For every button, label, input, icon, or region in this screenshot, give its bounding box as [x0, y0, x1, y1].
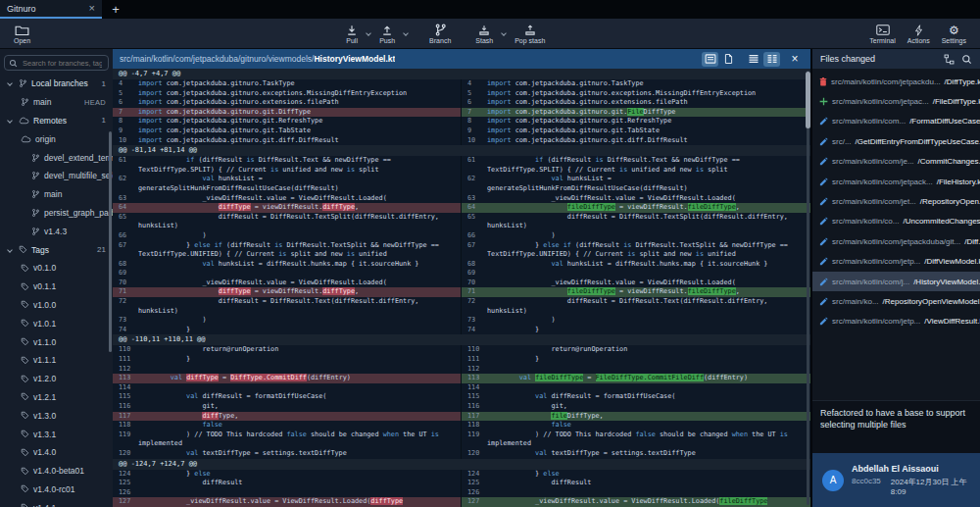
tree-item-v0-1-0[interactable]: v0.1.0 — [0, 259, 113, 278]
code-line: return@runOperation — [487, 345, 810, 355]
tree-item-v1-4-1[interactable]: v1.4.1 — [0, 498, 113, 507]
file-row-formatdiffusecase-kt[interactable]: src/main/kotlin/com.../FormatDiffUseCase… — [812, 112, 980, 131]
repo-tab[interactable]: Gitnuro × — [0, 0, 102, 19]
stash-button[interactable]: Stash — [469, 23, 499, 44]
open-button[interactable]: Open — [8, 23, 36, 44]
diff-line-125: 125 diffResult125 diffResult — [113, 479, 810, 488]
stash-dropdown-chevron-icon[interactable] — [501, 30, 507, 36]
file-name: /FormatDiffUseCase.kt — [909, 117, 980, 126]
diff-scrollbar-track[interactable] — [807, 71, 809, 505]
tree-item-v1-1-1[interactable]: v1.1.1 — [0, 351, 113, 370]
tree-item-v1-2-1[interactable]: v1.2.1 — [0, 388, 113, 407]
sidebar-search-box[interactable] — [4, 55, 109, 71]
settings-button[interactable]: ⚙ Settings — [936, 23, 972, 44]
search-input[interactable] — [21, 58, 104, 69]
diff-scrollbar-thumb[interactable] — [806, 72, 810, 128]
full-file-view-icon[interactable] — [702, 52, 718, 67]
tab-title: Gitnuro — [7, 4, 85, 14]
tree-item-v1-0-0[interactable]: v1.0.0 — [0, 296, 113, 315]
diff-line-112: 112112 — [113, 365, 810, 375]
line-number: 73 — [113, 316, 138, 326]
file-row-getdiffentryfromdifftypeusecase-kt[interactable]: src/.../GetDiffEntryFromDiffTypeUseCase.… — [812, 131, 980, 151]
line-number: 119 — [113, 431, 138, 449]
split-view-icon[interactable] — [763, 52, 780, 67]
file-row-historyviewmodel-kt[interactable]: src/main/kotlin/com/j.../HistoryViewMode… — [812, 272, 980, 291]
tree-item-label: devel_multifile_select — [44, 171, 113, 180]
tree-item-v1-4-0[interactable]: v1.4.0 — [0, 443, 113, 462]
actions-button[interactable]: Actions — [902, 23, 936, 44]
file-row-difftype-kt[interactable]: src/main/kotlin/com/jetpackdu.../DiffTyp… — [812, 72, 980, 91]
hunk-header: @@ -124,7 +124,7 @@ — [113, 459, 810, 470]
sidebar-section-tags[interactable]: Tags21 — [0, 240, 113, 259]
old-line: 119 ) // TODO This hardcoded false shoul… — [113, 431, 462, 449]
search-icon — [9, 59, 18, 68]
commit-author-bar[interactable]: A Abdellah El Aissaoui 8cc0c35 2024年12月3… — [812, 453, 980, 507]
code-line: fileDiffType, — [487, 412, 810, 422]
tree-item-v1-0-1[interactable]: v1.0.1 — [0, 314, 113, 332]
tree-item-devel-extend-termina[interactable]: devel_extend_termina — [0, 148, 113, 167]
tab-close-icon[interactable]: × — [89, 3, 95, 14]
push-button[interactable]: Push — [373, 23, 401, 44]
tree-item-origin[interactable]: origin — [0, 129, 113, 148]
code-line: import com.jetpackduba.gitnuro.git.TabSt… — [138, 127, 461, 136]
tag-icon — [21, 430, 29, 438]
tag-icon — [21, 300, 29, 309]
tree-item-v1-4-0-beta01[interactable]: v1.4.0-beta01 — [0, 462, 113, 481]
tree-item-label: v1.2.0 — [33, 374, 56, 383]
code-line: diffResult — [138, 479, 461, 488]
line-number: 65 — [462, 213, 487, 231]
line-number: 114 — [113, 383, 138, 393]
group-by-directory-icon[interactable] — [944, 54, 955, 65]
file-row-diff-kt[interactable]: src/main/kotlin/com/jetpackduba/git.../D… — [812, 231, 980, 251]
tree-item-v1-3-0[interactable]: v1.3.0 — [0, 406, 113, 425]
new-line: 125 diffResult — [462, 479, 810, 488]
tree-item-persist-graph-paddin[interactable]: persist_graph_paddin — [0, 204, 113, 223]
line-number: 119 — [462, 431, 487, 449]
pop-stash-button[interactable]: Pop stash — [509, 23, 551, 44]
line-number: 114 — [462, 383, 487, 393]
settings-label: Settings — [942, 37, 966, 44]
lightning-icon — [914, 23, 923, 37]
line-number: 64 — [113, 203, 138, 213]
file-row-filedifftype-kt[interactable]: src/main/kotlin/com/jetpac.../FileDiffTy… — [812, 91, 980, 111]
sidebar-scrollbar[interactable] — [109, 131, 112, 352]
tree-item-v1-4-0-rc01[interactable]: v1.4.0-rc01 — [0, 481, 113, 499]
document-icon[interactable] — [720, 52, 737, 67]
code-line: import com.jetpackduba.gitnuro.git.TabSt… — [487, 127, 810, 136]
sidebar-section-remotes[interactable]: Remotes1 — [0, 112, 113, 130]
file-row-viewdiffresult-kt[interactable]: src/main/kotlin/com/jetp.../ViewDiffResu… — [812, 312, 980, 331]
file-row-diffviewmodel-kt[interactable]: src/main/kotlin/com/jetp.../DiffViewMode… — [812, 252, 980, 272]
new-tab-button[interactable]: + — [102, 0, 129, 19]
code-line: } — [138, 326, 461, 335]
search-files-icon[interactable] — [961, 54, 972, 65]
branch-button[interactable]: Branch — [423, 23, 457, 44]
new-line: 124 } else — [462, 470, 810, 480]
line-number: 117 — [462, 412, 487, 422]
tree-item-devel-multifile-select[interactable]: devel_multifile_select — [0, 167, 113, 185]
terminal-button[interactable]: Terminal — [863, 23, 901, 44]
file-row-filehistory-kt[interactable]: src/main/kotlin/com/jetpack.../FileHisto… — [812, 172, 980, 191]
file-row-uncommitedchanges-kt[interactable]: src/main/kotlin/co.../UncommitedChanges.… — [812, 212, 980, 231]
sidebar-section-local-branches[interactable]: Local branches1 — [0, 75, 113, 93]
line-number: 5 — [462, 89, 487, 99]
tree-item-v0-1-1[interactable]: v0.1.1 — [0, 278, 113, 296]
pull-button[interactable]: Pull — [340, 23, 364, 44]
file-row-repositoryopenviewmodel-kt[interactable]: src/main/ko.../RepositoryOpenViewModel.k… — [812, 291, 980, 311]
tree-item-label: v0.1.0 — [33, 263, 56, 273]
tree-item-v1-2-0[interactable]: v1.2.0 — [0, 370, 113, 388]
head-badge: HEAD — [84, 98, 113, 107]
pull-dropdown-chevron-icon[interactable] — [366, 30, 371, 36]
file-row-repositoryopen-kt[interactable]: src/main/kotlin/com/jet.../RepositoryOpe… — [812, 191, 980, 211]
tree-item-v1-1-0[interactable]: v1.1.0 — [0, 332, 113, 351]
close-diff-icon[interactable]: × — [786, 52, 804, 66]
new-line: 113 val fileDiffType = FileDiffType.Comm… — [462, 374, 810, 383]
old-line: 65 diffResult = DiffResult.TextSplit(dif… — [113, 213, 462, 231]
unified-view-icon[interactable] — [745, 52, 761, 67]
file-row-commitchanges-kt[interactable]: src/main/kotlin/com/je.../CommitChanges.… — [812, 152, 980, 172]
tree-item-v1-4-3[interactable]: v1.4.3 — [0, 222, 113, 240]
tree-item-v1-3-1[interactable]: v1.3.1 — [0, 425, 113, 443]
tree-item-main[interactable]: mainHEAD — [0, 93, 113, 112]
branch-icon — [21, 97, 29, 107]
push-dropdown-chevron-icon[interactable] — [403, 30, 409, 36]
tree-item-main[interactable]: main — [0, 185, 113, 204]
